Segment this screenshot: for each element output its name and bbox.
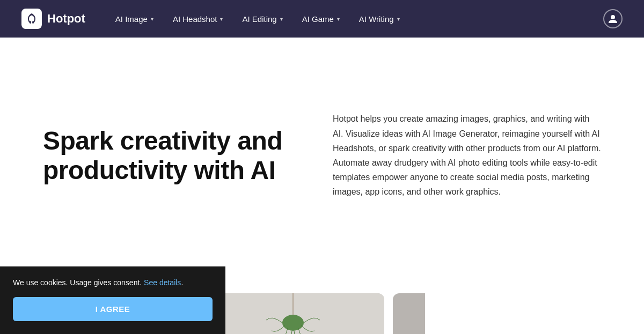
logo-icon (21, 9, 42, 29)
nav-item-ai-image[interactable]: AI Image ▾ (107, 10, 162, 28)
chevron-down-icon: ▾ (280, 16, 283, 22)
chevron-down-icon: ▾ (337, 16, 340, 22)
nav-item-ai-game[interactable]: AI Game ▾ (294, 10, 348, 28)
cookie-text: We use cookies. Usage gives consent. See… (13, 277, 213, 288)
svg-point-4 (611, 15, 615, 19)
nav-item-ai-headshot[interactable]: AI Headshot ▾ (164, 10, 232, 28)
chevron-down-icon: ▾ (220, 16, 223, 22)
svg-point-0 (30, 21, 31, 24)
logo-link[interactable]: Hotpot (21, 9, 85, 29)
cookie-banner: We use cookies. Usage gives consent. See… (0, 266, 225, 334)
chevron-down-icon: ▾ (151, 16, 153, 22)
hero-right: Hotpot helps you create amazing images, … (333, 112, 601, 199)
svg-point-2 (30, 18, 31, 20)
navigation: Hotpot AI Image ▾ AI Headshot ▾ AI Editi… (0, 0, 644, 38)
gallery-image-2[interactable] (202, 293, 384, 334)
nav-links: AI Image ▾ AI Headshot ▾ AI Editing ▾ AI… (107, 10, 603, 28)
nav-item-ai-writing[interactable]: AI Writing ▾ (350, 10, 408, 28)
chevron-down-icon: ▾ (397, 16, 400, 22)
svg-point-37 (282, 315, 304, 331)
cookie-see-details-link[interactable]: See details (144, 278, 181, 287)
svg-point-1 (32, 21, 34, 24)
hero-left: Spark creativity and productivity with A… (43, 126, 290, 185)
hero-section: Spark creativity and productivity with A… (0, 38, 644, 263)
nav-item-ai-editing[interactable]: AI Editing ▾ (233, 10, 291, 28)
svg-point-3 (33, 18, 34, 20)
cookie-agree-button[interactable]: I AGREE (13, 297, 213, 321)
hero-title: Spark creativity and productivity with A… (43, 126, 290, 185)
gallery-image-3[interactable] (393, 293, 425, 334)
user-profile-button[interactable] (603, 9, 623, 28)
logo-text: Hotpot (47, 12, 85, 26)
hero-description: Hotpot helps you create amazing images, … (333, 112, 601, 199)
